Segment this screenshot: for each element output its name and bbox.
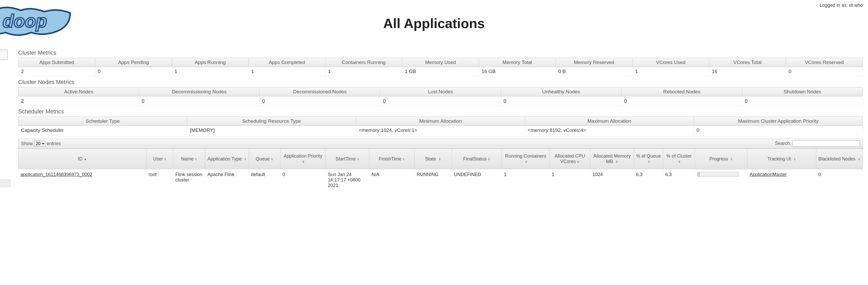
sort-icon: ▲▼ <box>164 158 166 161</box>
rebooted-nodes-link[interactable]: 0 <box>624 98 627 104</box>
entries-label: entries <box>47 141 61 146</box>
cell-name: Flink session cluster <box>173 169 205 191</box>
th[interactable]: Minimum Allocation <box>356 117 525 126</box>
application-id-link[interactable]: application_1611468396973_0002 <box>21 172 92 177</box>
th[interactable]: Decommissioned Nodes <box>259 87 380 96</box>
th-priority[interactable]: Application Priority ▲▼ <box>280 149 326 169</box>
cell-apptype: Apache Flink <box>205 169 249 191</box>
active-nodes-link[interactable]: 2 <box>21 98 24 104</box>
th-pq[interactable]: % of Queue▲▼ <box>634 149 663 169</box>
sort-icon: ▲▼ <box>678 160 681 163</box>
th[interactable]: Active Nodes <box>19 87 139 96</box>
th-tracking[interactable]: Tracking UI ▲▼ <box>747 149 816 169</box>
sort-icon: ▲▼ <box>488 158 490 161</box>
th[interactable]: Maximum Allocation <box>525 117 694 126</box>
nodes-metrics-table: Active Nodes Decommissioning Nodes Decom… <box>18 87 863 106</box>
cell-cpu: 1 <box>550 169 590 191</box>
sort-icon: ▲▼ <box>577 160 580 163</box>
scheduler-metrics-title: Scheduler Metrics <box>18 108 863 115</box>
cell-start: Sun Jan 24 14:17:17 +0800 2021 <box>326 169 369 191</box>
sort-icon: ▲▼ <box>271 158 274 161</box>
th[interactable]: Rebooted Nodes <box>622 87 742 96</box>
th-id[interactable]: ID ▼ <box>19 149 147 169</box>
table-row: 2 0 1 1 1 1 GB 16 GB 0 B 1 16 0 <box>19 67 863 76</box>
table-row: Capacity Scheduler [MEMORY] <memory:1024… <box>19 126 863 135</box>
th-finish[interactable]: FinishTime▲▼ <box>369 149 414 169</box>
th[interactable]: VCores Used <box>632 58 709 67</box>
th[interactable]: Unhealthy Nodes <box>501 87 621 96</box>
th[interactable]: Memory Total <box>479 58 556 67</box>
th[interactable]: Apps Completed <box>249 58 326 67</box>
th[interactable]: Apps Pending <box>95 58 172 67</box>
th[interactable]: VCores Total <box>709 58 786 67</box>
cell-pc: 6.3 <box>663 169 695 191</box>
logged-in-status: Logged in as: dr.who <box>820 3 863 8</box>
page-title: All Applications <box>383 16 485 31</box>
sort-icon: ▲▼ <box>794 158 796 161</box>
hadoop-logo: doop <box>0 3 73 39</box>
th-blacklisted[interactable]: Blacklisted Nodes ▲▼ <box>816 149 863 169</box>
th[interactable]: Decommissioning Nodes <box>139 87 259 96</box>
entries-select[interactable]: 20 <box>34 141 45 147</box>
sort-icon: ▲▼ <box>438 158 441 161</box>
sort-icon: ▲▼ <box>302 160 305 163</box>
th[interactable]: Apps Submitted <box>19 58 95 67</box>
th-mem[interactable]: Allocated Memory MB ▲▼ <box>590 149 634 169</box>
sort-icon: ▲▼ <box>858 158 861 161</box>
th-apptype[interactable]: Application Type ▲▼ <box>205 149 249 169</box>
shutdown-nodes-link[interactable]: 0 <box>745 98 748 104</box>
cell-running: 1 <box>502 169 550 191</box>
cell-user: root <box>147 169 173 191</box>
sidebar-toggle[interactable] <box>0 49 8 60</box>
cell-pq: 6.3 <box>634 169 663 191</box>
sort-desc-icon: ▼ <box>84 158 87 161</box>
cluster-metrics-table: Apps Submitted Apps Pending Apps Running… <box>18 58 863 76</box>
sort-icon: ▲▼ <box>730 158 733 161</box>
sort-icon: ▲▼ <box>648 160 650 163</box>
th-cpu[interactable]: Allocated CPU VCores▲▼ <box>550 149 590 169</box>
th-pc[interactable]: % of Cluster▲▼ <box>663 149 695 169</box>
datatable-controls: Show 20 entries Search: <box>18 139 863 148</box>
scheduler-metrics-table: Scheduler Type Scheduling Resource Type … <box>18 116 863 135</box>
decom-nodes-link[interactable]: 0 <box>142 98 145 104</box>
th[interactable]: Scheduler Type <box>19 117 187 126</box>
th[interactable]: Containers Running <box>326 58 402 67</box>
th[interactable]: Shutdown Nodes <box>742 87 863 96</box>
sort-icon: ▲▼ <box>244 158 246 161</box>
th[interactable]: Memory Used <box>402 58 479 67</box>
th[interactable]: Memory Reserved <box>556 58 632 67</box>
search-input[interactable] <box>793 140 860 147</box>
svg-text:doop: doop <box>3 11 47 31</box>
th[interactable]: Maximum Cluster Application Priority <box>694 117 863 126</box>
unhealthy-nodes-link[interactable]: 0 <box>504 98 506 104</box>
th[interactable]: VCores Reserved <box>786 58 863 67</box>
th-start[interactable]: StartTime▲▼ <box>326 149 369 169</box>
nodes-metrics-title: Cluster Nodes Metrics <box>18 79 863 86</box>
show-label: Show <box>21 141 33 146</box>
th-name[interactable]: Name▲▼ <box>173 149 205 169</box>
th-queue[interactable]: Queue▲▼ <box>249 149 280 169</box>
sort-icon: ▲▼ <box>357 158 360 161</box>
cell-queue: default <box>249 169 280 191</box>
th-state[interactable]: State ▲▼ <box>414 149 452 169</box>
sort-icon: ▲▼ <box>525 160 527 163</box>
progress-bar <box>697 172 739 176</box>
decomm-nodes-link[interactable]: 0 <box>262 98 265 104</box>
th-running[interactable]: Running Containers▲▼ <box>502 149 550 169</box>
sort-icon: ▲▼ <box>403 158 405 161</box>
table-row: application_1611468396973_0002 root Flin… <box>19 169 863 191</box>
th[interactable]: Lost Nodes <box>380 87 501 96</box>
th-final[interactable]: FinalStatus▲▼ <box>452 149 502 169</box>
th-user[interactable]: User▲▼ <box>147 149 173 169</box>
cell-final: UNDEFINED <box>452 169 502 191</box>
th[interactable]: Apps Running <box>172 58 249 67</box>
th-progress[interactable]: Progress ▲▼ <box>695 149 747 169</box>
lost-nodes-link[interactable]: 0 <box>383 98 386 104</box>
tracking-ui-link[interactable]: ApplicationMaster <box>750 172 787 177</box>
cell-state: RUNNING <box>414 169 452 191</box>
th[interactable]: Scheduling Resource Type <box>187 117 356 126</box>
cell-progress <box>695 169 747 191</box>
sidebar-toggle-2[interactable] <box>0 179 10 187</box>
cell-priority: 0 <box>280 169 326 191</box>
cell-mem: 1024 <box>590 169 634 191</box>
